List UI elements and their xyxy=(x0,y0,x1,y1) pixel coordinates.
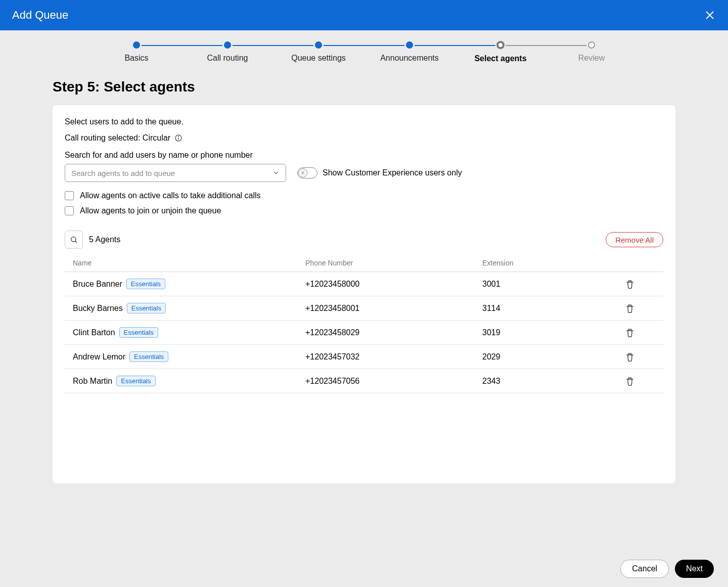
agent-count: 5 Agents xyxy=(89,235,120,244)
stepper: Basics Call routing Queue settings Annou… xyxy=(0,30,728,67)
svg-line-8 xyxy=(75,241,77,243)
call-routing-info: Call routing selected: Circular xyxy=(65,133,663,143)
svg-point-4 xyxy=(178,137,179,137)
step-dot-icon xyxy=(588,41,595,49)
allow-additional-calls-row: Allow agents on active calls to take add… xyxy=(65,191,663,200)
trash-icon xyxy=(625,352,635,362)
table-row: Clint Barton Essentials +12023458029 301… xyxy=(65,321,663,345)
search-agent-combobox[interactable]: Search agents to add to queue xyxy=(65,164,286,182)
phone-cell: +12023457032 xyxy=(305,352,482,362)
agent-name: Rob Martin xyxy=(73,377,112,386)
actions-cell xyxy=(624,328,655,338)
step-connector xyxy=(324,45,404,46)
delete-agent-button[interactable] xyxy=(625,376,635,386)
phone-cell: +12023458029 xyxy=(305,328,482,337)
col-phone: Phone Number xyxy=(305,259,482,267)
modal-header: Add Queue xyxy=(0,0,728,30)
agent-name: Bruce Banner xyxy=(73,280,122,289)
step-label: Queue settings xyxy=(291,54,346,63)
trash-icon xyxy=(625,376,635,386)
info-icon[interactable] xyxy=(174,134,183,142)
modal-footer: Cancel Next xyxy=(0,551,728,587)
delete-agent-button[interactable] xyxy=(625,352,635,362)
agent-name: Andrew Lemor xyxy=(73,352,125,362)
allow-join-unjoin-checkbox[interactable] xyxy=(65,206,74,215)
name-cell: Clint Barton Essentials xyxy=(73,327,305,338)
table-row: Bucky Barnes Essentials +12023458001 311… xyxy=(65,296,663,321)
essentials-badge: Essentials xyxy=(116,376,155,386)
step-connector xyxy=(506,45,586,46)
trash-icon xyxy=(625,279,635,289)
table-header: Name Phone Number Extension xyxy=(65,254,663,272)
trash-icon xyxy=(625,303,635,313)
table-row: Andrew Lemor Essentials +12023457032 202… xyxy=(65,345,663,369)
content-card: Select users to add to the queue. Call r… xyxy=(53,105,675,483)
step-label: Select agents xyxy=(474,54,526,63)
agent-name: Bucky Barnes xyxy=(73,304,123,313)
allow-additional-calls-checkbox[interactable] xyxy=(65,191,74,200)
search-row: Search agents to add to queue Show Custo… xyxy=(65,164,663,182)
actions-cell xyxy=(624,303,655,313)
chevron-down-icon xyxy=(272,169,280,176)
search-icon xyxy=(70,236,78,244)
actions-cell xyxy=(624,352,655,362)
actions-cell xyxy=(624,376,655,386)
allow-join-unjoin-row: Allow agents to join or unjoin the queue xyxy=(65,206,663,215)
delete-agent-button[interactable] xyxy=(625,328,635,338)
extension-cell: 3001 xyxy=(482,280,624,289)
routing-label: Call routing selected: Circular xyxy=(65,133,170,143)
close-button[interactable] xyxy=(704,9,716,21)
checkbox-label: Allow agents on active calls to take add… xyxy=(80,191,261,200)
search-label: Search for and add users by name or phon… xyxy=(65,151,663,160)
extension-cell: 2029 xyxy=(482,352,624,362)
step-connector xyxy=(415,45,495,46)
extension-cell: 3019 xyxy=(482,328,624,337)
table-row: Rob Martin Essentials +12023457056 2343 xyxy=(65,369,663,393)
essentials-badge: Essentials xyxy=(127,303,166,313)
actions-cell xyxy=(624,279,655,289)
essentials-badge: Essentials xyxy=(129,351,168,362)
close-icon xyxy=(704,9,716,21)
step-label: Review xyxy=(578,54,605,63)
extension-cell: 3114 xyxy=(482,304,624,313)
step-dot-icon xyxy=(315,41,322,49)
description-text: Select users to add to the queue. xyxy=(65,117,663,126)
step-connector xyxy=(142,45,222,46)
delete-agent-button[interactable] xyxy=(625,279,635,289)
name-cell: Bruce Banner Essentials xyxy=(73,279,305,289)
page-title: Step 5: Select agents xyxy=(53,79,728,95)
extension-cell: 2343 xyxy=(482,377,624,386)
cx-users-toggle[interactable] xyxy=(297,167,317,178)
delete-agent-button[interactable] xyxy=(625,303,635,313)
cancel-button[interactable]: Cancel xyxy=(620,560,669,578)
table-body: Bruce Banner Essentials +12023458000 300… xyxy=(65,272,663,393)
step-label: Announcements xyxy=(380,54,439,63)
modal-title: Add Queue xyxy=(12,9,68,22)
toggle-knob xyxy=(298,168,307,177)
step-dot-icon xyxy=(496,41,505,49)
checkbox-label: Allow agents to join or unjoin the queue xyxy=(80,206,221,215)
agents-table: Name Phone Number Extension Bruce Banner… xyxy=(65,254,663,393)
agent-name: Clint Barton xyxy=(73,328,115,337)
toolbar-left: 5 Agents xyxy=(65,231,120,249)
remove-all-button[interactable]: Remove All xyxy=(606,232,663,247)
step-dot-icon xyxy=(406,41,413,49)
step-basics[interactable]: Basics xyxy=(91,41,182,63)
col-name: Name xyxy=(73,259,305,267)
step-dot-icon xyxy=(224,41,231,49)
toggle-label: Show Customer Experience users only xyxy=(323,168,462,177)
step-label: Basics xyxy=(124,54,148,63)
cx-users-toggle-group: Show Customer Experience users only xyxy=(297,167,462,178)
name-cell: Bucky Barnes Essentials xyxy=(73,303,305,313)
essentials-badge: Essentials xyxy=(119,327,158,338)
phone-cell: +12023458000 xyxy=(305,280,482,289)
table-row: Bruce Banner Essentials +12023458000 300… xyxy=(65,272,663,296)
next-button[interactable]: Next xyxy=(675,560,714,578)
step-dot-icon xyxy=(133,41,140,49)
toggle-off-x-icon xyxy=(301,171,305,175)
agents-toolbar: 5 Agents Remove All xyxy=(65,231,663,249)
phone-cell: +12023458001 xyxy=(305,304,482,313)
search-agents-button[interactable] xyxy=(65,231,83,249)
phone-cell: +12023457056 xyxy=(305,377,482,386)
col-ext: Extension xyxy=(482,259,624,267)
